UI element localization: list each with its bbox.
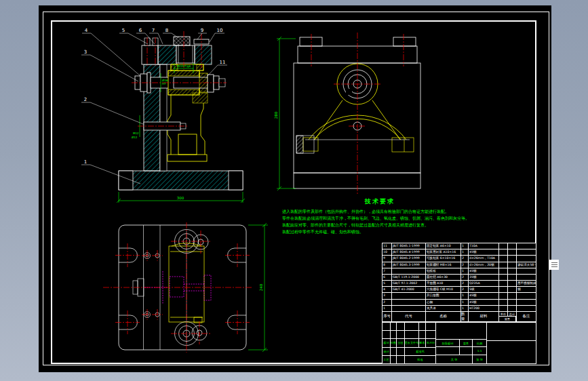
bom-cell-name: 钻套螺钉 M8×16 bbox=[426, 262, 460, 268]
label-scale: 比例 bbox=[473, 340, 486, 346]
bom-cell-qty: 1 bbox=[461, 306, 468, 311]
balloon-4: 4 bbox=[85, 28, 88, 33]
bom-cell-name: 夹具体 bbox=[426, 306, 460, 311]
label-change-doc: 更改文件号 bbox=[405, 339, 418, 346]
bom-cell-no: 8 bbox=[383, 262, 391, 268]
bom-cell-remark: 钢 bbox=[517, 287, 536, 292]
side-view: 280 bbox=[274, 33, 420, 194]
bom-header-material: 材料 bbox=[469, 312, 498, 321]
border-annotation-tab bbox=[549, 260, 559, 270]
bom-cell-qty: 2 bbox=[461, 287, 468, 292]
plan-centerlines bbox=[103, 222, 252, 353]
bom-cell-material: T10A bbox=[469, 243, 498, 249]
side-body bbox=[294, 63, 420, 173]
bom-cell-code: JB/T 8045.2-1999 bbox=[392, 256, 425, 261]
label-design: 设计 bbox=[383, 348, 390, 355]
bom-cell-no: 5 bbox=[383, 281, 391, 286]
bom-cell-name: 六角螺母 C级 M10 bbox=[426, 287, 460, 292]
fixture-base-section bbox=[119, 171, 243, 190]
front-section-view: 300 Ø22H7/g6 Ø16 H7 M12 Ø12 bbox=[81, 28, 245, 203]
bom-cell-qty: 1 bbox=[461, 268, 468, 274]
bom-cell-qty: 1 bbox=[461, 249, 468, 255]
bom-cell-no: 1 bbox=[383, 306, 391, 311]
plan-view: 240 bbox=[103, 222, 268, 353]
bom-cell-code: JB/T 8045.1-1999 bbox=[392, 243, 425, 249]
bom-cell-code: GB/T 97.1-2002 bbox=[392, 281, 425, 286]
bom-cell-material: 45钢 bbox=[469, 293, 498, 298]
bom-cell-name: 可换钻套 6×10×16 bbox=[426, 256, 460, 261]
bom-header-name: 名称 bbox=[426, 312, 460, 321]
bom-cell-code bbox=[392, 293, 425, 298]
bom-cell-no: 7 bbox=[383, 268, 391, 274]
tech-requirements: 技术要求 进入装配的零件及部件（包括外购件、外协件），必须具有检验部门的合格证方… bbox=[282, 197, 477, 235]
bom-cell-code bbox=[392, 306, 425, 311]
side-lug-hatch bbox=[296, 136, 303, 153]
label-process: 工艺 bbox=[383, 356, 390, 363]
bom-cell-remark bbox=[517, 249, 536, 255]
bom-cell-material: 45钢 bbox=[469, 268, 498, 274]
bom-header-remark: 备注 bbox=[517, 312, 536, 321]
label-stage: 阶段标记 bbox=[436, 340, 459, 346]
bom-cell-name: 开口垫圈 bbox=[426, 293, 460, 298]
bom-cell-remark bbox=[517, 306, 536, 311]
bom-cell-material: d≤26mm，T10A bbox=[469, 256, 498, 261]
bom-cell-qty: 2 bbox=[461, 275, 468, 280]
sheet-index: 第 张 bbox=[473, 355, 486, 363]
side-centerlines bbox=[311, 33, 404, 194]
bom-cell-qty: 1 bbox=[461, 293, 468, 298]
tech-requirement-line: 零件在装配前必须清理和清洗干净，不得有毛刺、飞边、氧化皮、锈蚀、切屑、油污、着色… bbox=[282, 215, 477, 222]
dim-fit-top: Ø22H7/g6 bbox=[177, 64, 191, 68]
tech-requirement-line: 装配前应对零、部件的主要配合尺寸，特别是过盈配合尺寸及相关精度进行复查。 bbox=[282, 222, 477, 228]
balloon-11: 11 bbox=[220, 60, 226, 65]
balloon-5: 5 bbox=[122, 28, 125, 33]
bom-cell-no: 10 bbox=[383, 249, 391, 255]
bom-cell-material: HT200 bbox=[469, 306, 498, 311]
side-dimension bbox=[277, 37, 296, 190]
bom-cell-code bbox=[392, 268, 425, 274]
bom-cell-no: 6 bbox=[383, 275, 391, 280]
title-block-name-area bbox=[487, 323, 536, 363]
cad-viewer-background: 300 Ø22H7/g6 Ø16 H7 M12 Ø12 bbox=[0, 0, 588, 381]
bom-header-total: 总计 bbox=[508, 312, 516, 317]
sheet-total: 共 张 bbox=[436, 355, 472, 363]
label-signature: 签名 bbox=[419, 339, 425, 346]
side-bottom-plate bbox=[294, 173, 420, 188]
bom-cell-qty: 1 bbox=[461, 243, 468, 249]
bom-header-no: 序号 bbox=[383, 312, 391, 321]
tech-requirement-line: 进入装配的零件及部件（包括外购件、外协件），必须具有检验部门的合格证方能进行装配… bbox=[282, 208, 477, 215]
dim-front-width: 300 bbox=[177, 196, 184, 200]
bom-cell-remark bbox=[517, 293, 536, 298]
bom-cell-name: 心轴 bbox=[426, 300, 460, 305]
bom-cell-qty: 1 bbox=[461, 300, 468, 305]
bom-cell-qty: 2 bbox=[461, 262, 468, 268]
bom-table: 11 JB/T 8045.1-1999 固定钻套 A6×10 1 T10A 10… bbox=[382, 243, 536, 322]
workpiece-side-outline bbox=[303, 64, 414, 152]
tech-requirements-title: 技术要求 bbox=[282, 197, 477, 206]
drawing-title-cell bbox=[487, 323, 536, 340]
label-date: 年月日 bbox=[426, 339, 435, 346]
bom-header-qty: 数量 bbox=[461, 312, 468, 321]
bom-cell-code: GB/T 119.1-2000 bbox=[392, 275, 425, 280]
drawing-number-cell bbox=[487, 341, 536, 363]
label-weight: 重量 bbox=[460, 340, 472, 346]
bom-header-weight: 单件 总计 重量 bbox=[499, 312, 516, 321]
title-block-revision-area: 标记 处数 分区 更改文件号 签名 年月日 设计 标准化 工艺 批准 bbox=[383, 323, 435, 363]
bom-header-unit: 单件 bbox=[499, 312, 508, 317]
bom-cell-remark: 用不锈钢制成 bbox=[517, 281, 536, 286]
label-standardization: 标准化 bbox=[405, 348, 435, 355]
bom-cell-remark bbox=[517, 275, 536, 280]
drill-plate-assembly bbox=[142, 37, 212, 64]
bom-cell-name: 平垫圈 A10 bbox=[426, 281, 460, 286]
bom-cell-name: 固定钻套 A6×10 bbox=[426, 243, 460, 249]
dim-plan-height: 240 bbox=[259, 283, 263, 291]
label-zone: 分区 bbox=[397, 339, 404, 346]
label-mark: 标记 bbox=[383, 339, 390, 346]
bom-cell-material: 5级 bbox=[469, 287, 498, 292]
balloon-8: 8 bbox=[165, 28, 168, 33]
bom-cell-name: 钻套用衬套 A10×16 bbox=[426, 249, 460, 255]
bom-cell-no: 9 bbox=[383, 256, 391, 261]
bom-cell-remark bbox=[517, 300, 536, 305]
label-approve: 批准 bbox=[405, 356, 435, 363]
title-block: 标记 处数 分区 更改文件号 签名 年月日 设计 标准化 工艺 批准 阶段标记 … bbox=[382, 322, 536, 364]
scale-value: 1:1 bbox=[473, 347, 486, 355]
